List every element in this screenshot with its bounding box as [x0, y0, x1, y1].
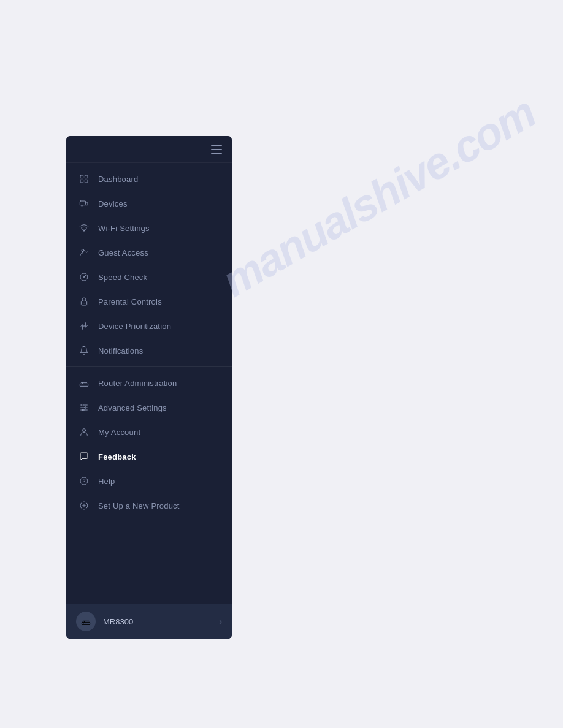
sidebar-item-feedback[interactable]: Feedback: [66, 444, 232, 469]
sidebar-header: [66, 136, 232, 163]
feedback-icon: [79, 451, 90, 462]
svg-point-16: [85, 407, 86, 409]
sidebar-item-advanced-settings-label: Advanced Settings: [98, 403, 167, 412]
wifi-icon: [79, 222, 90, 233]
svg-rect-3: [85, 180, 88, 183]
notifications-icon: [79, 345, 90, 356]
guest-access-icon: [79, 247, 90, 258]
svg-point-18: [82, 429, 85, 432]
svg-point-8: [83, 276, 85, 278]
add-icon: [79, 500, 90, 511]
sidebar-item-speed-check[interactable]: Speed Check: [66, 265, 232, 289]
sidebar: Dashboard Devices: [66, 136, 232, 639]
dashboard-icon: [79, 173, 90, 184]
sidebar-item-help[interactable]: Help: [66, 469, 232, 493]
sidebar-item-router-admin-label: Router Administration: [98, 379, 177, 388]
device-prioritization-icon: [79, 320, 90, 332]
sidebar-item-device-prioritization[interactable]: Device Prioritization: [66, 314, 232, 338]
svg-point-15: [82, 404, 83, 406]
svg-point-17: [82, 409, 84, 411]
svg-point-10: [83, 303, 84, 303]
svg-rect-4: [80, 201, 85, 205]
sidebar-item-notifications[interactable]: Notifications: [66, 338, 232, 363]
svg-point-20: [84, 483, 85, 483]
sidebar-item-wifi-settings[interactable]: Wi-Fi Settings: [66, 216, 232, 240]
sidebar-item-my-account[interactable]: My Account: [66, 420, 232, 444]
advanced-settings-icon: [79, 402, 90, 413]
sidebar-item-set-up-new-product[interactable]: Set Up a New Product: [66, 493, 232, 518]
svg-point-19: [80, 477, 88, 485]
devices-icon: [79, 198, 90, 209]
device-row[interactable]: MR8300 ›: [66, 604, 232, 639]
svg-rect-2: [80, 180, 83, 183]
sidebar-item-set-up-new-product-label: Set Up a New Product: [98, 501, 180, 510]
sidebar-item-dashboard[interactable]: Dashboard: [66, 167, 232, 191]
device-name: MR8300: [103, 617, 212, 626]
svg-rect-0: [80, 175, 83, 178]
sidebar-item-my-account-label: My Account: [98, 428, 140, 437]
device-avatar: [76, 612, 96, 631]
svg-rect-1: [85, 175, 88, 178]
sidebar-item-devices[interactable]: Devices: [66, 191, 232, 216]
sidebar-item-help-label: Help: [98, 477, 115, 486]
sidebar-item-guest-access-label: Guest Access: [98, 248, 148, 257]
help-icon: [79, 476, 90, 487]
sidebar-item-notifications-label: Notifications: [98, 346, 143, 355]
hamburger-menu-button[interactable]: [211, 145, 222, 154]
sidebar-item-dashboard-label: Dashboard: [98, 175, 138, 184]
svg-point-5: [83, 230, 84, 231]
router-admin-icon: [79, 377, 90, 389]
watermark: manualshive.com: [213, 87, 543, 306]
device-chevron-icon: ›: [219, 616, 222, 626]
parental-controls-icon: [79, 296, 90, 307]
sidebar-item-guest-access[interactable]: Guest Access: [66, 240, 232, 265]
sidebar-item-parental-controls[interactable]: Parental Controls: [66, 289, 232, 314]
sidebar-item-speed-check-label: Speed Check: [98, 273, 147, 282]
sidebar-item-device-prioritization-label: Device Prioritization: [98, 322, 171, 331]
nav-divider-1: [66, 366, 232, 367]
svg-point-6: [82, 249, 84, 252]
sidebar-item-router-administration[interactable]: Router Administration: [66, 371, 232, 395]
svg-rect-24: [82, 622, 90, 624]
sidebar-item-parental-controls-label: Parental Controls: [98, 297, 162, 306]
svg-rect-11: [80, 384, 88, 386]
my-account-icon: [79, 427, 90, 438]
sidebar-item-wifi-label: Wi-Fi Settings: [98, 224, 150, 233]
sidebar-item-feedback-label: Feedback: [98, 452, 136, 461]
sidebar-item-advanced-settings[interactable]: Advanced Settings: [66, 395, 232, 420]
nav-list: Dashboard Devices: [66, 163, 232, 604]
sidebar-item-devices-label: Devices: [98, 199, 128, 208]
speed-check-icon: [79, 271, 90, 282]
